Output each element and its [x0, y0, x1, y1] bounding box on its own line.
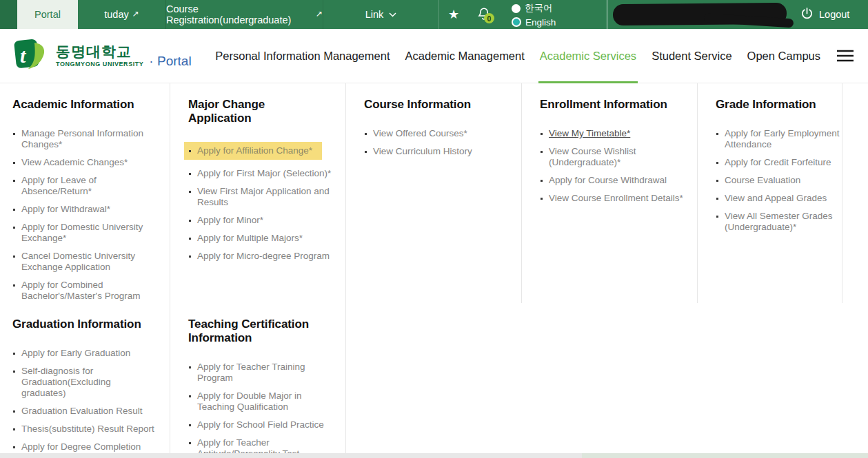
- top-utility-bar: Portal tuday ↗ Course Registration(under…: [0, 0, 868, 29]
- menu-item-list: Apply for Teacher Training Program Apply…: [188, 362, 345, 458]
- main-navigation: Personal Information Management Academic…: [208, 29, 854, 83]
- menu-item[interactable]: Course Evaluation: [716, 175, 842, 186]
- menu-item[interactable]: Apply for Course Withdrawal: [540, 175, 683, 186]
- topbar-tab-portal[interactable]: Portal: [17, 0, 78, 29]
- chevron-down-icon: [389, 12, 396, 17]
- menu-item[interactable]: Apply for Teacher Training Program: [188, 362, 332, 384]
- menu-item[interactable]: Apply for Leave of Absence/Return*: [12, 175, 156, 197]
- menu-item-list: Apply for Early Graduation Self-diagnosi…: [12, 348, 170, 458]
- menu-column-title: Graduation Information: [12, 318, 154, 331]
- menu-item[interactable]: Manage Personal Information Changes*: [12, 128, 156, 150]
- portal-suffix: · Portal: [149, 54, 191, 69]
- menu-item-view-my-timetable-hovered[interactable]: View My Timetable*: [540, 128, 683, 139]
- logout-button[interactable]: Logout: [800, 0, 849, 29]
- hamburger-menu-icon[interactable]: [836, 50, 854, 62]
- menu-item[interactable]: Apply for Double Major in Teaching Quali…: [188, 391, 332, 413]
- menu-item[interactable]: View Academic Changes*: [12, 157, 156, 168]
- menu-item[interactable]: View and Appeal Grades: [716, 193, 842, 204]
- radio-selected-icon[interactable]: [512, 17, 521, 27]
- topbar-link-label: Link: [365, 9, 384, 20]
- nav-item-open-campus[interactable]: Open Campus: [740, 29, 828, 83]
- external-link-icon: ↗: [132, 9, 139, 19]
- topbar-tab-portal-label: Portal: [34, 9, 61, 20]
- menu-item[interactable]: Apply for Credit Forfeiture: [716, 157, 842, 168]
- menu-item[interactable]: Apply for Domestic University Exchange*: [12, 222, 156, 244]
- bottom-strip-right: [582, 453, 868, 458]
- menu-item[interactable]: View Course Enrollment Details*: [540, 193, 683, 204]
- page-bottom-strip: [0, 453, 868, 458]
- language-option-korean[interactable]: 한국어: [512, 2, 556, 14]
- menu-item[interactable]: Apply for First Major (Selection)*: [188, 168, 332, 179]
- favorites-star-icon[interactable]: ★: [448, 0, 459, 29]
- menu-item[interactable]: Self-diagnosis for Graduation(Excluding …: [12, 366, 156, 399]
- university-name-korean: 동명대학교: [56, 44, 143, 59]
- menu-column-title: Teaching Certification Information: [188, 318, 330, 345]
- menu-item-list: Manage Personal Information Changes* Vie…: [12, 128, 170, 302]
- menu-item[interactable]: Apply for Early Employment Attendance: [716, 128, 842, 150]
- notifications-bell-icon[interactable]: 0: [477, 6, 491, 25]
- university-logo-text: 동명대학교 TONGMYONG UNIVERSITY: [56, 44, 143, 67]
- menu-column-title: Course Information: [364, 98, 505, 112]
- nav-item-student-service[interactable]: Student Service: [644, 29, 739, 83]
- menu-column-title: Academic Information: [12, 98, 154, 112]
- mega-menu-row-2: Graduation Information Apply for Early G…: [12, 303, 868, 458]
- topbar-tab-tuday-label: tuday: [104, 9, 128, 20]
- logout-label: Logout: [819, 9, 849, 20]
- menu-item[interactable]: Apply for Minor*: [188, 215, 332, 226]
- menu-column-grade-information: Grade Information Apply for Early Employ…: [698, 83, 842, 303]
- menu-item[interactable]: View Course Wishlist (Undergraduate)*: [540, 146, 683, 168]
- language-option-english[interactable]: English: [512, 16, 556, 28]
- menu-item[interactable]: Apply for Withdrawal*: [12, 204, 156, 215]
- topbar-link-dropdown[interactable]: Link: [323, 0, 439, 29]
- menu-item[interactable]: View First Major Application and Results: [188, 186, 332, 208]
- university-logo-mark-icon: t: [14, 38, 50, 74]
- notification-count-badge: 0: [484, 13, 494, 23]
- menu-item-list: Apply for Affiliation Change* Apply for …: [188, 142, 345, 262]
- menu-item[interactable]: View Curriculum History: [364, 146, 507, 157]
- academic-services-mega-menu: Academic Information Manage Personal Inf…: [0, 83, 868, 458]
- university-name-english: TONGMYONG UNIVERSITY: [56, 61, 143, 67]
- menu-item[interactable]: Apply for Combined Bachelor's/Master's P…: [12, 280, 156, 302]
- menu-column-title: Enrollment Information: [540, 98, 681, 112]
- menu-column-academic-information: Academic Information Manage Personal Inf…: [12, 83, 170, 303]
- menu-column-enrollment-information: Enrollment Information View My Timetable…: [522, 83, 698, 303]
- menu-item[interactable]: Apply for Micro-degree Program: [188, 251, 332, 262]
- language-english-label: English: [525, 17, 556, 28]
- menu-column-graduation-information: Graduation Information Apply for Early G…: [12, 303, 170, 458]
- language-korean-label: 한국어: [525, 2, 553, 14]
- nav-item-academic-management[interactable]: Academic Management: [397, 29, 532, 83]
- menu-column-major-change-application: Major Change Application Apply for Affil…: [170, 83, 346, 303]
- nav-item-personal-information-management[interactable]: Personal Information Management: [208, 29, 397, 83]
- menu-item-apply-for-affiliation-change-highlighted[interactable]: Apply for Affiliation Change*: [184, 142, 322, 160]
- main-header: t 동명대학교 TONGMYONG UNIVERSITY · Portal Pe…: [0, 29, 868, 83]
- mega-menu-row-1: Academic Information Manage Personal Inf…: [12, 83, 868, 303]
- topbar-tab-course-registration-label: Course Registration(undergraduate): [166, 3, 312, 25]
- menu-item[interactable]: Apply for Early Graduation: [12, 348, 156, 359]
- menu-item-list: Apply for Early Employment Attendance Ap…: [716, 128, 842, 233]
- external-link-icon: ↗: [316, 9, 323, 19]
- menu-item[interactable]: Graduation Evaluation Result: [12, 406, 156, 417]
- menu-item[interactable]: Apply for Multiple Majors*: [188, 233, 332, 244]
- topbar-left-edge: [0, 0, 17, 29]
- nav-item-academic-services[interactable]: Academic Services: [532, 29, 644, 83]
- menu-item[interactable]: Apply for School Field Practice: [188, 419, 332, 430]
- menu-item-list: View Offered Courses* View Curriculum Hi…: [364, 128, 521, 157]
- menu-column-title: Major Change Application: [188, 98, 330, 125]
- menu-item[interactable]: Cancel Domestic University Exchange Appl…: [12, 251, 156, 273]
- topbar-tab-course-registration[interactable]: Course Registration(undergraduate) ↗: [166, 0, 323, 29]
- language-switcher: 한국어 English: [512, 2, 556, 28]
- radio-unselected-icon[interactable]: [512, 4, 521, 13]
- menu-column-title: Grade Information: [716, 98, 842, 112]
- topbar-tab-tuday[interactable]: tuday ↗: [78, 0, 166, 29]
- topbar-divider: [607, 0, 607, 29]
- bottom-strip-left: [0, 453, 582, 458]
- redacted-username: [613, 3, 787, 25]
- menu-column-course-information: Course Information View Offered Courses*…: [346, 83, 522, 303]
- menu-column-teaching-certification-information: Teaching Certification Information Apply…: [170, 303, 346, 458]
- menu-item[interactable]: View All Semester Grades (Undergraduate)…: [716, 211, 842, 233]
- menu-item[interactable]: Thesis(substitute) Result Report: [12, 424, 156, 435]
- menu-item-list: View My Timetable* View Course Wishlist …: [540, 128, 697, 204]
- menu-item[interactable]: View Offered Courses*: [364, 128, 507, 139]
- power-icon: [800, 7, 814, 22]
- university-logo[interactable]: t 동명대학교 TONGMYONG UNIVERSITY · Portal: [14, 38, 192, 74]
